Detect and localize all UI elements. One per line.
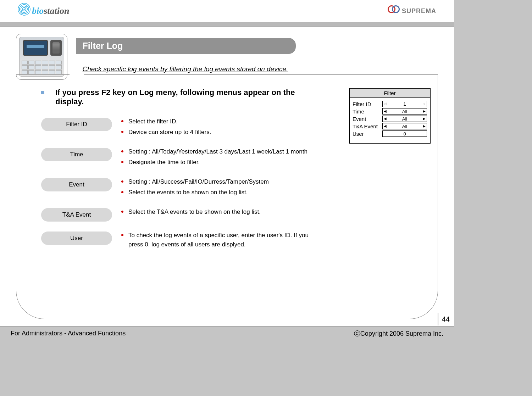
filter-row-label: User [353,131,382,137]
item-pill: Time [41,148,112,161]
infinity-icon [388,5,400,12]
item-description: To check the log events of a specific us… [121,231,320,250]
chevron-right-icon[interactable]: ▷ [423,102,426,106]
swirl-icon [18,3,31,16]
filter-row-field[interactable]: ◀0▶ [382,130,427,137]
chevron-right-icon[interactable]: ▶ [423,110,426,113]
filter-row-field[interactable]: ◁1▷ [382,101,427,107]
header-divider [0,22,454,27]
chevron-left-icon[interactable]: ◁ [384,102,387,106]
filter-row-label: T&A Event [353,123,382,129]
filter-row-value: All [387,116,423,122]
item-pill: User [41,232,112,245]
filter-row-value: 1 [387,101,423,107]
header: biostation SUPREMA [0,0,454,22]
footer: For Administrators - Advanced Functions … [0,326,454,340]
filter-row: Event◀All▶ [353,116,427,122]
filter-row-label: Filter ID [353,101,382,107]
filter-row-value: All [387,109,423,114]
filter-row: User◀0▶ [353,130,427,137]
item-pill: Event [41,178,112,191]
bullet: Setting : All/Today/Yesterday/Last 3 day… [121,147,307,156]
item-row: T&A EventSelect the T&A events to be sho… [41,207,423,222]
page-title: Filter Log [76,38,296,54]
footer-left: For Administrators - Advanced Functions [11,330,126,337]
filter-row-value: 0 [387,131,423,136]
bullet: Select the events to be shown on the log… [121,188,269,197]
bullet: Designate the time to filter. [121,158,307,167]
filter-row: T&A Event◀All▶ [353,123,427,129]
chevron-left-icon[interactable]: ◀ [384,117,387,121]
vertical-divider [325,82,325,308]
footer-right: ⓒCopyright 2006 Suprema Inc. [354,329,443,338]
filter-row-field[interactable]: ◀All▶ [382,108,427,115]
chevron-right-icon[interactable]: ▶ [423,117,426,121]
item-row: EventSetting : All/Success/Fail/IO/Durre… [41,177,423,198]
title-row: Filter Log Check specific log events by … [16,34,438,80]
filter-row-field[interactable]: ◀All▶ [382,123,427,129]
filter-row-label: Event [353,116,382,122]
logo-biostation: biostation [18,6,69,16]
bullet: Setting : All/Success/Fail/IO/Durress/Ta… [121,177,269,186]
bullet: Select the T&A events to be shown on the… [121,207,261,217]
intro-text: If you press F2 key on Log meny, followi… [55,88,311,106]
page-subtitle: Check specific log events by filtering t… [82,65,367,73]
device-thumbnail [16,34,67,80]
filter-row-value: All [387,124,423,129]
item-description: Setting : All/Today/Yesterday/Last 3 day… [121,147,307,168]
item-pill: Filter ID [41,118,112,131]
item-pill: T&A Event [41,208,112,222]
chevron-left-icon[interactable]: ◀ [384,124,387,128]
bullet: Device can store up to 4 filters. [121,128,211,137]
manual-page: biostation SUPREMA Filter Log Check spec… [0,0,454,340]
item-description: Setting : All/Success/Fail/IO/Durress/Ta… [121,177,269,198]
content-panel: If you press F2 key on Log meny, followi… [16,74,438,319]
chevron-right-icon[interactable]: ▶ [423,124,426,128]
item-row: UserTo check the log events of a specifi… [41,231,423,250]
filter-row-field[interactable]: ◀All▶ [382,116,427,122]
item-row: TimeSetting : All/Today/Yesterday/Last 3… [41,147,423,168]
filter-panel-title: Filter [350,89,430,98]
fingerprint-icon [50,40,62,56]
item-description: Select the filter ID.Device can store up… [121,117,211,138]
bullet: To check the log events of a specific us… [121,231,320,249]
page-number: 44 [438,313,450,325]
filter-panel: Filter Filter ID◁1▷Time◀All▶Event◀All▶T&… [349,88,431,144]
logo-suprema: SUPREMA [388,7,436,15]
chevron-left-icon[interactable]: ◀ [384,110,387,113]
filter-row: Time◀All▶ [353,108,427,115]
filter-row: Filter ID◁1▷ [353,101,427,107]
filter-row-label: Time [353,108,382,115]
item-description: Select the T&A events to be shown on the… [121,207,261,218]
bullet: Select the filter ID. [121,117,211,126]
